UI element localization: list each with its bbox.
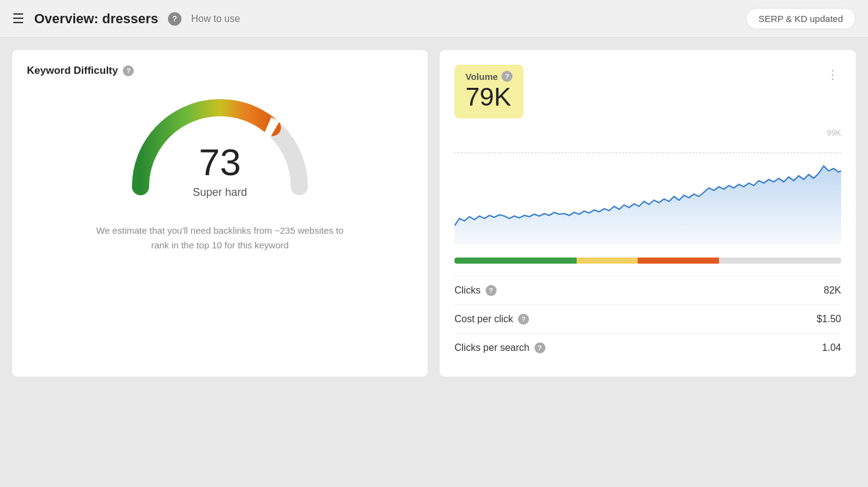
volume-badge: Volume ? 79K bbox=[454, 65, 523, 118]
color-bar bbox=[454, 258, 841, 264]
kd-help-icon[interactable]: ? bbox=[123, 65, 134, 76]
keyword-difficulty-card: Keyword Difficulty ? bbox=[12, 50, 428, 377]
clicks-row: Clicks ? 82K bbox=[454, 276, 841, 305]
gauge-score: 73 bbox=[122, 140, 318, 184]
chart-dashed-line bbox=[454, 153, 841, 153]
cpc-label-text: Cost per click bbox=[454, 314, 513, 325]
help-icon[interactable]: ? bbox=[168, 12, 181, 26]
clicks-label: Clicks ? bbox=[454, 285, 497, 296]
kd-description: We estimate that you'll need backlinks f… bbox=[92, 223, 348, 253]
volume-card: Volume ? 79K ⋮ 99K bbox=[440, 50, 856, 377]
volume-label: Volume bbox=[465, 71, 498, 82]
volume-help-icon[interactable]: ? bbox=[501, 71, 512, 82]
volume-header: Volume ? 79K ⋮ bbox=[454, 65, 841, 118]
page-title: Overview: dressers bbox=[34, 11, 158, 27]
gauge-svg-wrap: 73 Super hard bbox=[122, 89, 318, 199]
header: ☰ Overview: dressers ? How to use SERP &… bbox=[0, 0, 868, 38]
cps-help-icon[interactable]: ? bbox=[534, 342, 545, 353]
chart-max-label: 99K bbox=[827, 128, 841, 137]
cps-label: Clicks per search ? bbox=[454, 342, 545, 353]
volume-value: 79K bbox=[465, 82, 512, 112]
gauge-difficulty-label: Super hard bbox=[122, 186, 318, 199]
cpc-row: Cost per click ? $1.50 bbox=[454, 305, 841, 333]
volume-badge-title: Volume ? bbox=[465, 71, 512, 82]
clicks-value: 82K bbox=[824, 285, 841, 296]
cpc-value: $1.50 bbox=[817, 314, 841, 325]
cpc-help-icon[interactable]: ? bbox=[518, 314, 529, 325]
clicks-label-text: Clicks bbox=[454, 285, 481, 296]
color-bar-orange bbox=[638, 258, 719, 264]
how-to-use-link[interactable]: How to use bbox=[191, 13, 240, 24]
main-content: Keyword Difficulty ? bbox=[0, 38, 868, 389]
kd-card-title: Keyword Difficulty ? bbox=[27, 65, 413, 77]
cps-row: Clicks per search ? 1.04 bbox=[454, 333, 841, 362]
menu-icon[interactable]: ☰ bbox=[12, 11, 24, 27]
serp-kd-badge: SERP & KD updated bbox=[746, 8, 856, 29]
cps-label-text: Clicks per search bbox=[454, 342, 530, 353]
volume-chart-svg bbox=[454, 128, 841, 244]
clicks-help-icon[interactable]: ? bbox=[486, 285, 497, 296]
color-bar-gray bbox=[719, 258, 841, 264]
cps-value: 1.04 bbox=[822, 342, 841, 353]
gauge-container: 73 Super hard bbox=[27, 89, 413, 199]
color-bar-yellow bbox=[577, 258, 638, 264]
gauge-center: 73 Super hard bbox=[122, 140, 318, 199]
more-options-button[interactable]: ⋮ bbox=[824, 65, 841, 84]
color-bar-green bbox=[454, 258, 577, 264]
kd-title-text: Keyword Difficulty bbox=[27, 65, 118, 77]
cpc-label: Cost per click ? bbox=[454, 314, 529, 325]
chart-area: 99K bbox=[454, 128, 841, 250]
